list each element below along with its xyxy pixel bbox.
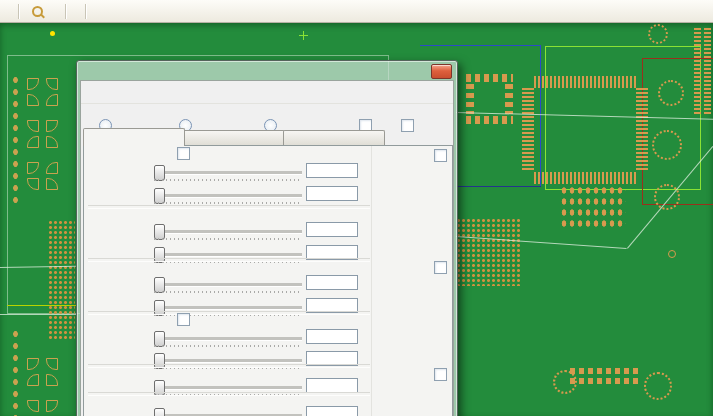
pcb-qfp-small [466,74,513,82]
pcb-fiducial-group [27,78,59,106]
pcb-trace-line [7,305,76,306]
detection-settings-dialog [76,60,458,416]
option-group-header [376,367,450,381]
checkbox-icon [177,313,190,326]
pcb-circular-footprint [644,372,672,400]
app-window [0,0,713,416]
dialog-toolbar [81,81,453,104]
param-row-area-upper [84,222,374,242]
param-slider[interactable] [154,171,302,175]
slider-ticks [154,179,302,181]
pcb-pad-column [11,328,21,416]
close-icon[interactable] [431,64,452,79]
tab-general[interactable] [83,128,185,146]
pcb-edge-pads [694,28,701,116]
slider-ticks [154,345,302,347]
param-row-x-offset [84,329,374,349]
pcb-qfp-small [466,84,474,114]
pcb-pad-pairs [560,185,626,231]
checkbox-icon [177,147,190,160]
search-icon[interactable] [32,6,43,17]
param-slider[interactable] [154,306,302,310]
param-row-area-lower [84,245,374,265]
tab-extended[interactable] [183,130,285,145]
pcb-qfp-large [534,76,636,88]
param-row-volume-upper [84,275,374,295]
main-toolbar [0,0,713,23]
pcb-fiducial-group [27,162,59,190]
pcb-fiducial-group [27,358,59,386]
param-slider[interactable] [154,359,302,363]
slider-thumb[interactable] [154,408,165,416]
pcb-qfp-large [522,88,534,172]
tab-panel-general [83,145,453,416]
pcb-circular-footprint [658,80,684,106]
param-slider[interactable] [154,253,302,257]
tab-strip [83,128,451,145]
option-group-header [376,260,450,274]
toolbar-separator [18,4,20,19]
slider-ticks [154,291,302,293]
dialog-body [80,80,454,416]
param-slider[interactable] [154,386,302,390]
option-group-values [376,148,450,162]
slider-ticks [154,238,302,240]
param-row-volume-lower [84,298,374,318]
param-slider[interactable] [154,230,302,234]
pcb-pad-column [11,74,21,206]
pcb-net-line-navy [456,186,541,187]
param-value-input[interactable] [306,329,358,344]
pcb-pad-row [570,368,642,374]
pcb-qfp-large [534,172,636,184]
pcb-net-line-blue [540,45,541,187]
slider-ticks [154,202,302,204]
pcb-fiducial-group [27,400,59,416]
pcb-bga-grid [48,220,75,340]
param-value-input[interactable] [306,406,358,416]
pcb-via [668,250,676,258]
pcb-pad-row [570,378,642,384]
group-header-checkbox[interactable] [434,368,447,381]
param-value-input[interactable] [306,275,358,290]
pcb-fiducial-group [27,120,59,148]
section-divider [88,205,370,209]
section-divider [88,364,370,368]
param-value-input[interactable] [306,186,358,201]
pcb-edge-pads [704,28,711,116]
pcb-qfp-large [636,88,648,172]
param-slider[interactable] [154,337,302,341]
pcb-origin-marker [50,31,55,36]
param-slider[interactable] [154,283,302,287]
param-row-y-offset [84,351,374,371]
option-group-header [376,148,450,162]
pcb-bga-grid [456,218,522,286]
pcb-group-rect-red [642,58,713,205]
param-row-height-upper [84,163,374,183]
toolbar-separator [65,4,67,19]
pcb-outline-line [0,314,76,315]
param-value-input[interactable] [306,378,358,393]
percent-checkbox[interactable] [177,313,194,326]
group-header-checkbox[interactable] [434,149,447,162]
param-slider[interactable] [154,194,302,198]
option-group-detect [376,260,450,274]
option-group-save [376,367,450,381]
pcb-qfp-small [466,116,513,124]
tab-rgb[interactable] [283,130,385,145]
pcb-circular-footprint [648,24,668,44]
section-divider [88,311,370,315]
pcb-circular-footprint [652,130,682,160]
pcb-qfp-small [505,84,513,114]
pcb-circular-footprint [553,370,577,394]
section-divider [88,258,370,262]
group-header-checkbox[interactable] [434,261,447,274]
section-divider [88,392,370,396]
pcb-net-line-blue [420,45,540,46]
param-row-height-lower [84,186,374,206]
percent-checkbox[interactable] [177,147,194,160]
pcb-cross-marker [303,31,304,40]
param-value-input[interactable] [306,163,358,178]
param-value-input[interactable] [306,222,358,237]
toolbar-separator [85,4,87,19]
param-row-stencil-thickness [84,406,374,416]
